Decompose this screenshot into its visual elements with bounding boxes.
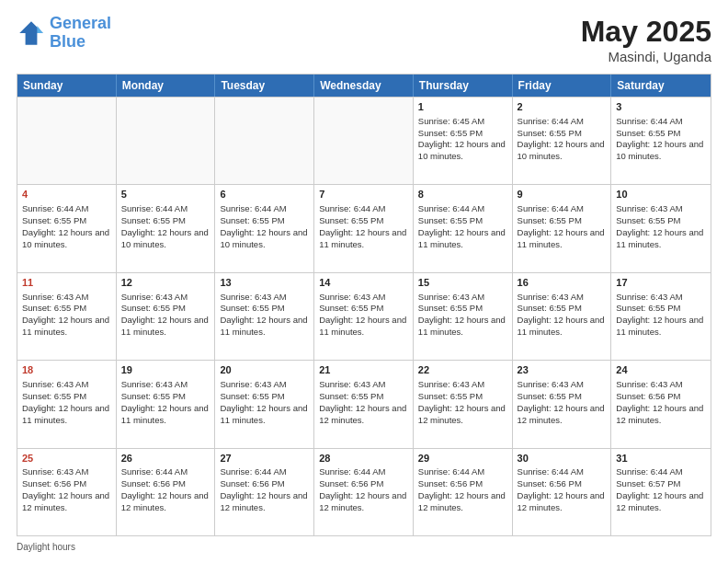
header-day-monday: Monday xyxy=(117,75,216,97)
sunrise-text: Sunrise: 6:44 AM xyxy=(121,466,210,478)
calendar: SundayMondayTuesdayWednesdayThursdayFrid… xyxy=(17,74,711,536)
day-cell-4: 4Sunrise: 6:44 AMSunset: 6:55 PMDaylight… xyxy=(17,185,117,271)
sunset-text: Sunset: 6:55 PM xyxy=(220,215,309,227)
day-number: 28 xyxy=(319,452,408,465)
week-row-1: 4Sunrise: 6:44 AMSunset: 6:55 PMDaylight… xyxy=(17,184,711,271)
sunset-text: Sunset: 6:55 PM xyxy=(518,128,607,140)
sunrise-text: Sunrise: 6:43 AM xyxy=(616,292,706,304)
sunrise-text: Sunrise: 6:43 AM xyxy=(418,292,507,304)
day-cell-15: 15Sunrise: 6:43 AMSunset: 6:55 PMDayligh… xyxy=(414,273,513,360)
daylight-text: Daylight: 12 hours and 10 minutes. xyxy=(518,139,607,163)
sunset-text: Sunset: 6:55 PM xyxy=(319,303,408,315)
location: Masindi, Uganda xyxy=(581,49,711,64)
sunset-text: Sunset: 6:55 PM xyxy=(319,215,408,227)
sunrise-text: Sunrise: 6:43 AM xyxy=(220,292,309,304)
sunset-text: Sunset: 6:55 PM xyxy=(121,215,210,227)
sunrise-text: Sunrise: 6:43 AM xyxy=(319,292,408,304)
footer-note: Daylight hours xyxy=(17,542,711,552)
daylight-text: Daylight: 12 hours and 11 minutes. xyxy=(220,315,309,339)
day-number: 25 xyxy=(22,452,111,465)
day-number: 29 xyxy=(418,452,507,465)
sunset-text: Sunset: 6:56 PM xyxy=(319,478,408,490)
day-number: 16 xyxy=(518,276,607,290)
sunset-text: Sunset: 6:55 PM xyxy=(22,391,111,403)
sunset-text: Sunset: 6:55 PM xyxy=(121,303,210,315)
day-cell-30: 30Sunrise: 6:44 AMSunset: 6:56 PMDayligh… xyxy=(513,449,612,535)
sunset-text: Sunset: 6:57 PM xyxy=(616,478,706,490)
day-number: 18 xyxy=(22,363,111,377)
day-cell-13: 13Sunrise: 6:43 AMSunset: 6:55 PMDayligh… xyxy=(215,273,314,360)
week-row-3: 18Sunrise: 6:43 AMSunset: 6:55 PMDayligh… xyxy=(17,360,711,447)
sunset-text: Sunset: 6:56 PM xyxy=(121,478,210,490)
sunset-text: Sunset: 6:56 PM xyxy=(418,478,507,490)
day-cell-21: 21Sunrise: 6:43 AMSunset: 6:55 PMDayligh… xyxy=(314,361,414,447)
day-number: 23 xyxy=(518,363,607,377)
header-day-friday: Friday xyxy=(513,75,612,97)
daylight-text: Daylight: 12 hours and 11 minutes. xyxy=(319,315,408,339)
day-cell-10: 10Sunrise: 6:43 AMSunset: 6:55 PMDayligh… xyxy=(611,185,711,271)
daylight-text: Daylight: 12 hours and 12 minutes. xyxy=(121,490,210,514)
sunrise-text: Sunrise: 6:44 AM xyxy=(319,203,408,215)
day-number: 10 xyxy=(616,188,706,201)
sunrise-text: Sunrise: 6:43 AM xyxy=(319,379,408,391)
day-cell-16: 16Sunrise: 6:43 AMSunset: 6:55 PMDayligh… xyxy=(513,273,612,360)
sunrise-text: Sunrise: 6:43 AM xyxy=(616,379,706,391)
svg-marker-1 xyxy=(37,26,42,33)
daylight-text: Daylight: 12 hours and 11 minutes. xyxy=(319,227,408,251)
day-number: 22 xyxy=(418,363,507,377)
daylight-text: Daylight: 12 hours and 11 minutes. xyxy=(22,315,111,339)
daylight-text: Daylight: 12 hours and 11 minutes. xyxy=(418,315,507,339)
sunset-text: Sunset: 6:56 PM xyxy=(22,478,111,490)
day-cell-25: 25Sunrise: 6:43 AMSunset: 6:56 PMDayligh… xyxy=(17,449,117,535)
sunrise-text: Sunrise: 6:43 AM xyxy=(22,292,111,304)
sunrise-text: Sunrise: 6:43 AM xyxy=(418,379,507,391)
sunrise-text: Sunrise: 6:43 AM xyxy=(220,379,309,391)
daylight-text: Daylight: 12 hours and 11 minutes. xyxy=(220,403,309,427)
daylight-text: Daylight: 12 hours and 11 minutes. xyxy=(121,315,210,339)
sunrise-text: Sunrise: 6:44 AM xyxy=(121,203,210,215)
day-cell-12: 12Sunrise: 6:43 AMSunset: 6:55 PMDayligh… xyxy=(117,273,216,360)
day-number: 14 xyxy=(319,276,408,290)
empty-cell xyxy=(215,98,314,184)
header-day-wednesday: Wednesday xyxy=(314,75,414,97)
daylight-text: Daylight: 12 hours and 11 minutes. xyxy=(616,315,706,339)
day-cell-6: 6Sunrise: 6:44 AMSunset: 6:55 PMDaylight… xyxy=(215,185,314,271)
sunrise-text: Sunrise: 6:43 AM xyxy=(121,379,210,391)
logo-line2: Blue xyxy=(50,32,85,51)
sunset-text: Sunset: 6:55 PM xyxy=(220,391,309,403)
sunset-text: Sunset: 6:55 PM xyxy=(418,303,507,315)
header: General Blue May 2025 Masindi, Uganda xyxy=(17,15,711,64)
sunrise-text: Sunrise: 6:44 AM xyxy=(319,466,408,478)
daylight-text: Daylight: 12 hours and 12 minutes. xyxy=(518,403,607,427)
sunset-text: Sunset: 6:56 PM xyxy=(616,391,706,403)
header-day-thursday: Thursday xyxy=(414,75,513,97)
day-number: 30 xyxy=(518,452,607,465)
sunrise-text: Sunrise: 6:43 AM xyxy=(518,292,607,304)
title-block: May 2025 Masindi, Uganda xyxy=(581,15,711,64)
logo-text: General Blue xyxy=(50,15,111,52)
day-number: 11 xyxy=(22,276,111,290)
day-number: 3 xyxy=(616,100,706,114)
sunrise-text: Sunrise: 6:44 AM xyxy=(418,466,507,478)
header-day-saturday: Saturday xyxy=(611,75,711,97)
daylight-text: Daylight: 12 hours and 12 minutes. xyxy=(22,490,111,514)
daylight-text: Daylight: 12 hours and 10 minutes. xyxy=(121,227,210,251)
sunset-text: Sunset: 6:55 PM xyxy=(518,391,607,403)
daylight-text: Daylight: 12 hours and 11 minutes. xyxy=(518,227,607,251)
day-cell-9: 9Sunrise: 6:44 AMSunset: 6:55 PMDaylight… xyxy=(513,185,612,271)
day-cell-14: 14Sunrise: 6:43 AMSunset: 6:55 PMDayligh… xyxy=(314,273,414,360)
daylight-text: Daylight: 12 hours and 11 minutes. xyxy=(616,227,706,251)
sunrise-text: Sunrise: 6:44 AM xyxy=(22,203,111,215)
sunset-text: Sunset: 6:55 PM xyxy=(518,215,607,227)
day-number: 4 xyxy=(22,188,111,201)
logo-icon xyxy=(17,18,46,48)
day-number: 19 xyxy=(121,363,210,377)
day-number: 1 xyxy=(418,100,507,114)
day-cell-11: 11Sunrise: 6:43 AMSunset: 6:55 PMDayligh… xyxy=(17,273,117,360)
sunset-text: Sunset: 6:55 PM xyxy=(121,391,210,403)
daylight-text: Daylight: 12 hours and 11 minutes. xyxy=(418,227,507,251)
daylight-text: Daylight: 12 hours and 12 minutes. xyxy=(518,490,607,514)
daylight-text: Daylight: 12 hours and 12 minutes. xyxy=(220,490,309,514)
day-cell-8: 8Sunrise: 6:44 AMSunset: 6:55 PMDaylight… xyxy=(414,185,513,271)
page: General Blue May 2025 Masindi, Uganda Su… xyxy=(0,0,728,563)
